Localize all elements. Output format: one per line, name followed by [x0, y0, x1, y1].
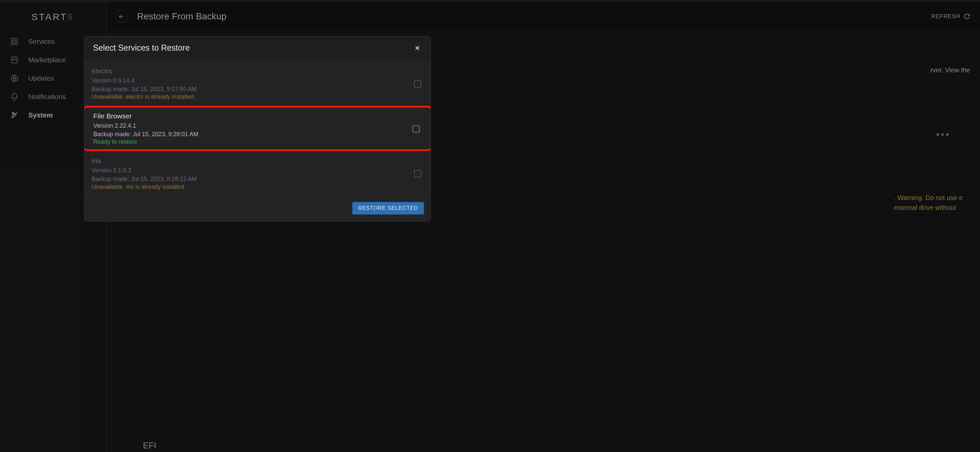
service-info: electrs Version 0.9.14.4 Backup made: Ju… [92, 67, 414, 100]
service-row-electrs: electrs Version 0.9.14.4 Backup made: Ju… [84, 61, 431, 106]
service-info: Iris Version 0.1.0.3 Backup made: Jul 15… [92, 157, 414, 190]
modal-header: Select Services to Restore [84, 37, 431, 60]
service-version: Version 0.9.14.4 [92, 76, 414, 85]
service-checkbox[interactable] [412, 125, 420, 133]
service-version: Version 0.1.0.3 [92, 166, 414, 175]
service-name: electrs [92, 67, 414, 75]
service-status: Unavailable. Iris is already installed. [92, 184, 414, 190]
modal-title: Select Services to Restore [93, 43, 413, 53]
modal-body: electrs Version 0.9.14.4 Backup made: Ju… [84, 60, 431, 196]
service-version: Version 2.22.4.1 [93, 121, 412, 130]
close-icon [414, 45, 421, 52]
service-backup: Backup made: Jul 15, 2023, 9:28:12 AM [92, 175, 414, 183]
restore-selected-button[interactable]: RESTORE SELECTED [352, 202, 424, 214]
service-checkbox[interactable] [414, 170, 421, 177]
modal-close-button[interactable] [413, 43, 422, 53]
service-backup: Backup made: Jul 15, 2023, 9:27:50 AM [92, 85, 414, 93]
modal-footer: RESTORE SELECTED [84, 196, 431, 221]
service-name: File Browser [93, 112, 412, 120]
service-backup: Backup made: Jul 15, 2023, 9:28:01 AM [93, 130, 412, 139]
service-row-iris: Iris Version 0.1.0.3 Backup made: Jul 15… [84, 151, 431, 196]
service-row-file-browser[interactable]: File Browser Version 2.22.4.1 Backup mad… [84, 106, 431, 151]
service-name: Iris [92, 157, 414, 165]
service-status: Ready to restore [93, 139, 412, 145]
select-services-modal: Select Services to Restore electrs Versi… [84, 36, 431, 221]
service-info: File Browser Version 2.22.4.1 Backup mad… [93, 112, 412, 145]
service-status: Unavailable. electrs is already installe… [92, 93, 414, 100]
service-checkbox[interactable] [414, 80, 421, 88]
